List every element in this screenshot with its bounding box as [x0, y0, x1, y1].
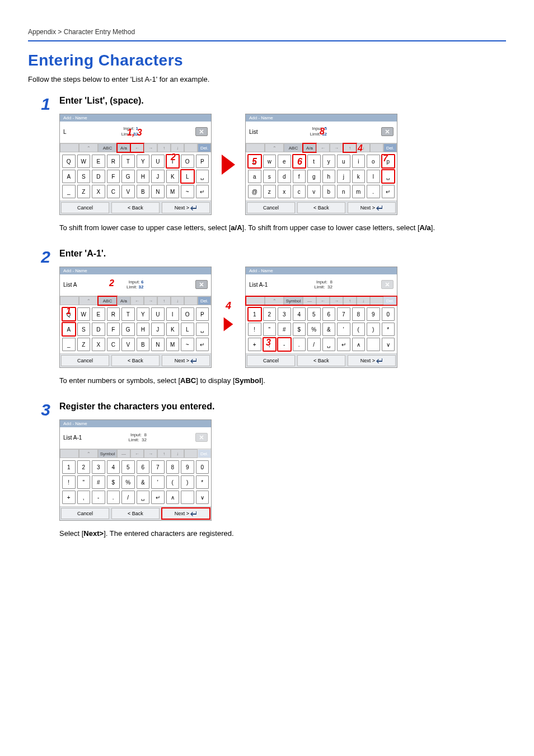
- tool-blank[interactable]: [246, 143, 265, 152]
- cursor-left-button[interactable]: ←: [316, 143, 330, 152]
- cursor-right-button[interactable]: →: [144, 143, 157, 152]
- cursor-right-button[interactable]: →: [144, 296, 157, 305]
- key[interactable]: (: [352, 323, 366, 336]
- abc-button[interactable]: ABC: [98, 296, 117, 305]
- key[interactable]: K: [166, 323, 180, 336]
- key[interactable]: i: [352, 155, 366, 168]
- key[interactable]: @: [248, 185, 261, 198]
- key[interactable]: 0: [196, 460, 209, 474]
- key[interactable]: a: [248, 170, 261, 183]
- cancel-button[interactable]: Cancel: [61, 202, 109, 213]
- next-button[interactable]: Next >: [162, 508, 210, 519]
- case-toggle-button[interactable]: A/a: [117, 143, 130, 152]
- key[interactable]: O: [181, 307, 194, 321]
- key[interactable]: ": [263, 323, 277, 336]
- key[interactable]: 3: [92, 460, 105, 474]
- key[interactable]: *: [382, 323, 395, 336]
- space-key[interactable]: ␣: [137, 491, 150, 504]
- key[interactable]: 2: [263, 307, 277, 321]
- key[interactable]: 3: [278, 307, 291, 321]
- key[interactable]: 5: [121, 460, 135, 474]
- key[interactable]: (: [166, 475, 180, 489]
- key[interactable]: Q: [62, 155, 76, 168]
- key[interactable]: d: [278, 170, 291, 183]
- key[interactable]: w: [263, 155, 277, 168]
- key[interactable]: s: [263, 170, 277, 183]
- key[interactable]: N: [151, 338, 165, 351]
- cursor-up-button[interactable]: ↑: [157, 449, 171, 458]
- cursor-right-button[interactable]: →: [144, 449, 157, 458]
- key[interactable]: 6: [322, 307, 336, 321]
- key[interactable]: ": [77, 475, 91, 489]
- cancel-button[interactable]: Cancel: [61, 508, 109, 519]
- symbol-button[interactable]: Symbol: [284, 296, 303, 305]
- symbol-button[interactable]: Symbol: [98, 449, 117, 458]
- back-button[interactable]: < Back: [297, 355, 345, 366]
- key[interactable]: 1: [62, 460, 76, 474]
- key[interactable]: B: [137, 338, 150, 351]
- next-button[interactable]: Next >: [348, 202, 396, 213]
- key[interactable]: ~: [181, 185, 194, 198]
- delete-char-button[interactable]: [195, 280, 208, 289]
- del-button[interactable]: Del.: [198, 449, 211, 458]
- key[interactable]: Z: [77, 338, 91, 351]
- cursor-up-button[interactable]: ↑: [157, 296, 171, 305]
- cursor-left-button[interactable]: ←: [130, 143, 144, 152]
- tool-blank[interactable]: ⌃: [265, 143, 284, 152]
- key[interactable]: B: [137, 185, 150, 198]
- key[interactable]: e: [278, 155, 291, 168]
- key[interactable]: 4: [293, 307, 306, 321]
- key[interactable]: !: [248, 323, 261, 336]
- cancel-button[interactable]: Cancel: [247, 355, 295, 366]
- page-down-key[interactable]: ∨: [382, 338, 395, 351]
- key[interactable]: 8: [166, 460, 180, 474]
- enter-key[interactable]: ↵: [337, 338, 350, 351]
- tool-blank[interactable]: [60, 143, 79, 152]
- key[interactable]: D: [92, 323, 105, 336]
- key[interactable]: E: [92, 307, 105, 321]
- key[interactable]: L: [181, 323, 194, 336]
- key[interactable]: D: [92, 170, 105, 183]
- key[interactable]: 7: [337, 307, 350, 321]
- key[interactable]: Y: [137, 155, 150, 168]
- key[interactable]: [367, 338, 380, 351]
- key[interactable]: M: [166, 338, 180, 351]
- tool-blank[interactable]: —: [117, 449, 130, 458]
- tool-blank[interactable]: ⌃: [79, 449, 98, 458]
- key[interactable]: ': [151, 475, 165, 489]
- back-button[interactable]: < Back: [297, 202, 345, 213]
- key[interactable]: +: [62, 491, 76, 504]
- tool-blank[interactable]: [184, 449, 198, 458]
- tool-blank[interactable]: [184, 143, 198, 152]
- cursor-down-button[interactable]: ↓: [357, 143, 370, 152]
- cursor-left-button[interactable]: ←: [130, 449, 144, 458]
- space-key[interactable]: ␣: [322, 338, 336, 351]
- key[interactable]: T: [121, 155, 135, 168]
- space-key[interactable]: ␣: [382, 170, 395, 183]
- key[interactable]: E: [92, 155, 105, 168]
- key[interactable]: U: [151, 155, 165, 168]
- key[interactable]: W: [77, 155, 91, 168]
- cancel-button[interactable]: Cancel: [247, 202, 295, 213]
- cancel-button[interactable]: Cancel: [61, 355, 109, 366]
- cursor-left-button[interactable]: ←: [316, 296, 330, 305]
- key[interactable]: %: [121, 475, 135, 489]
- tool-blank[interactable]: —: [303, 296, 316, 305]
- next-button[interactable]: Next >: [348, 355, 396, 366]
- next-button[interactable]: Next >: [162, 355, 210, 366]
- key[interactable]: c: [293, 185, 306, 198]
- key[interactable]: /: [307, 338, 321, 351]
- key[interactable]: #: [278, 323, 291, 336]
- key[interactable]: A: [62, 323, 76, 336]
- key[interactable]: K: [166, 170, 180, 183]
- key[interactable]: A: [62, 170, 76, 183]
- key[interactable]: !: [62, 475, 76, 489]
- key[interactable]: P: [196, 155, 209, 168]
- key[interactable]: 0: [382, 307, 395, 321]
- key[interactable]: r: [293, 155, 306, 168]
- back-button[interactable]: < Back: [111, 355, 160, 366]
- key[interactable]: R: [107, 155, 120, 168]
- tool-blank[interactable]: ⌃: [79, 143, 98, 152]
- tool-blank[interactable]: [246, 296, 265, 305]
- key[interactable]: H: [137, 170, 150, 183]
